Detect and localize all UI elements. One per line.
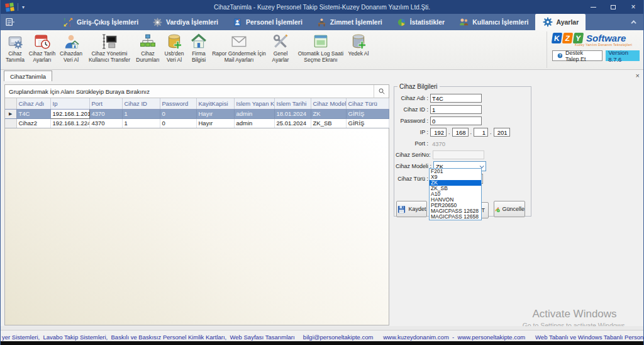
toolbar-cihaz-tanimla[interactable]: Cihaz Tanımla [3,32,27,67]
grid-search-button[interactable] [374,85,389,98]
model-option-a10[interactable]: A10 [430,191,481,197]
toolbar-genel-ayarlar[interactable]: Genel Ayarlar [267,32,294,67]
status-bar: yer Sistemleri, Lavabo Takip Sistemleri,… [1,330,643,341]
logo-letter: Z [562,33,573,43]
logo-name: Software [586,33,626,43]
model-option-magicpass-12628[interactable]: MAGICPASS 12628 [430,208,481,214]
gear-icon [542,17,553,28]
toolbar-yedek-al[interactable]: Yedek Al [348,32,369,67]
seri-no-input [433,150,484,159]
tab-label: Vardiya İşlemleri [166,18,218,26]
ip-octet-3-input[interactable] [474,128,488,137]
ip-octet-2-input[interactable] [452,128,469,137]
update-button[interactable]: Güncelle [494,201,525,217]
menu-button[interactable] [1,14,19,30]
password-input[interactable] [430,116,482,125]
personnel-badge-icon [232,17,243,28]
quick-access-dropdown-icon[interactable]: ▾ [22,4,25,10]
col-islem-yapan-kisi[interactable]: Islem Yapan Kisi [234,98,274,109]
cihaz-adi-label: Cihaz Adı : [396,95,428,101]
col-islem-tarihi[interactable]: Islem Tarihi [274,98,311,109]
window-controls: × [583,0,643,14]
calendar-clock-icon [34,33,50,50]
col-cihaz-adi[interactable]: Cihaz Adı [16,98,50,109]
col-port[interactable]: Port [89,98,122,109]
group-by-drop-zone[interactable]: Gruplandırmak İçin Alanı Sürükleyip Bura… [5,85,389,98]
tab-label: Zimmet İşlemleri [330,18,382,26]
logo-tagline: Kuzey Yazılım Donanım Teknolojileri [575,43,640,47]
cihaz-id-input[interactable] [430,105,482,114]
tab-close-icon[interactable]: × [636,71,640,81]
model-option-f201[interactable]: F201 [430,169,481,174]
close-button[interactable]: × [623,0,643,14]
pencil-check-icon [494,205,500,214]
minimize-button[interactable] [583,0,603,14]
seri-no-label: Cihaz SeriNo: [396,152,431,158]
pie-chart-icon [396,17,407,28]
users-icon [458,17,469,28]
table-row[interactable]: Cihaz2 192.168.1.224 4370 1 0 Hayır admi… [5,118,389,128]
col-ip[interactable]: Ip [50,98,89,109]
save-button[interactable]: Kaydet [396,201,427,217]
toolbar-cihaz-yonetimi-kullanici-transfer[interactable]: Cihaz Yönetimi Kullanıcı Transfer [85,32,134,67]
group-hint-label: Gruplandırmak İçin Alanı Sürükleyip Bura… [9,88,150,95]
toolbar-rapor-mail-ayarlari[interactable]: Rapor Göndermek İçin Mail Ayarları [211,32,267,67]
toolbar-cihazdan-veri-al[interactable]: Cihazdan Veri Al [57,32,85,67]
port-label: Port : [396,140,428,147]
model-option-hanvon[interactable]: HANVON [430,197,481,203]
tab-label: Kullanıcı İşlemleri [472,18,528,26]
tab-istatistikler[interactable]: İstatistikler [389,14,452,30]
database-plus-icon [166,33,182,50]
ip-octet-4-input[interactable] [494,128,510,137]
model-option-magicpass-12658[interactable]: MAGICPASS 12658 [430,214,481,220]
focused-cell[interactable]: 192.168.1.201 [50,109,89,118]
col-cihaz-modeli[interactable]: Cihaz Modeli [311,98,346,109]
row-pointer-icon: ▶ [5,109,16,118]
col-cihaz-id[interactable]: Cihaz ID [122,98,160,109]
model-option-x9[interactable]: X9 [430,174,481,180]
groupbox-title: Cihaz Bilgileri [397,83,440,90]
tab-vardiya-islemleri[interactable]: Vardiya İşlemleri [145,14,225,30]
toolbar-cihaz-tarih-ayarlari[interactable]: Cihaz Tarih Ayarları [27,32,57,67]
cihaz-turu-label: Cihaz Türü : [396,176,428,182]
toolbar-cihaz-durumlari[interactable]: Cihaz Durumları [134,32,162,67]
bottom-edge [1,341,643,345]
doc-tab-cihaztanimla[interactable]: CihazTanimla [4,71,52,81]
toolbar-firma-bilgisi[interactable]: Firma Bilgisi [187,32,211,67]
status-marquee-text: yer Sistemleri, Lavabo Takip Sistemleri,… [1,332,643,341]
tab-giris-cikis-islemleri[interactable]: ↑↗↙↓ Giriş-Çıkış İşlemleri [56,14,145,30]
tab-zimmet-islemleri[interactable]: Zimmet İşlemleri [309,14,389,30]
title-bar: ▾ CihazTanimla - Kuzey Personel Takip Si… [1,0,643,14]
quick-access-toolbar: ▾ [1,3,25,11]
model-option-per20650[interactable]: PER20650 [430,203,481,208]
tab-ayarlar[interactable]: Ayarlar [535,14,586,30]
window-title: CihazTanimla - Kuzey Personel Takip Sist… [1,4,643,11]
header-row: Cihaz Adı Ip Port Cihaz ID Password Kayi… [5,98,389,109]
model-option-zk[interactable]: ZK [430,180,481,186]
toolbar-otomatik-log-saati[interactable]: Otomatik Log Saati Seçme Ekranı [294,32,348,67]
question-icon [557,52,563,59]
tools-icon [272,33,289,50]
model-option-zk-sb[interactable]: ZK_SB [430,186,481,191]
brand-area: K Z Y Software Kuzey Yazılım Donanım Tek… [547,31,640,68]
ip-label: IP : [396,129,428,135]
cihaz-adi-input[interactable] [430,94,482,103]
col-cihaz-turu[interactable]: Cihaz Türü [346,98,389,109]
asset-desk-icon [316,17,327,28]
ribbon-toolbar: Cihaz Tanımla Cihaz Tarih Ayarları Cihaz… [1,30,643,70]
tab-personel-islemleri[interactable]: Personel İşlemleri [225,14,309,30]
tab-kullanici-islemleri[interactable]: Kullanıcı İşlemleri [452,14,535,30]
floppy-icon [397,205,406,214]
toolbar-usbden-veri-al[interactable]: Usb'den Veri Al [162,32,187,67]
support-request-button[interactable]: Destek Talep Et [552,50,602,61]
search-icon [378,88,386,95]
col-kayitkapisi[interactable]: KayitKapisi [196,98,234,109]
ip-octet-1-input[interactable] [430,128,447,137]
tab-label: İstatistikler [410,18,445,26]
col-password[interactable]: Password [160,98,196,109]
separator [18,3,18,11]
ribbon-collapse-button[interactable] [626,14,643,30]
maximize-button[interactable] [603,0,623,14]
table-row-selected[interactable]: ▶ T4C 192.168.1.201 4370 1 0 Hayır admin… [5,109,389,118]
app-logo-icon[interactable] [5,3,14,12]
